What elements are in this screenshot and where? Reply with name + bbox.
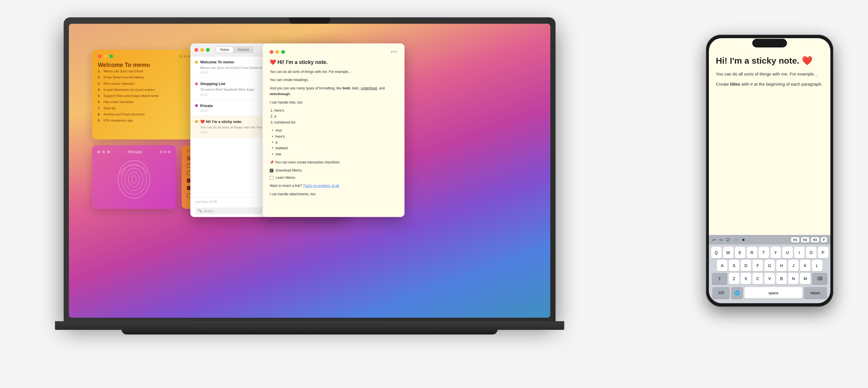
keyboard-toolbar: ↩ ↪ ☑ 🔗 ● H1 H2 H3 P [709, 235, 830, 244]
close-button[interactable] [98, 54, 101, 58]
undo-icon[interactable]: ↩ [712, 238, 716, 242]
tab-notes[interactable]: Notes [216, 47, 233, 53]
format-buttons: H1 H2 H3 P [791, 237, 827, 242]
key-d[interactable]: D [741, 260, 751, 271]
memo-close[interactable] [194, 48, 198, 52]
note-color-dot [195, 104, 198, 107]
detail-minimize[interactable] [275, 50, 279, 54]
key-numbers[interactable]: 123 [712, 287, 730, 299]
h2-button[interactable]: H2 [801, 237, 809, 242]
key-h[interactable]: H [776, 260, 787, 271]
key-return[interactable]: return [804, 287, 827, 299]
key-i[interactable]: I [794, 247, 805, 258]
note-paragraph: You can do all sorts of things with me. … [270, 69, 398, 74]
phone-note-area: Hi! I'm a sticky note. ❤️ You can do all… [709, 38, 830, 235]
key-a[interactable]: A [717, 260, 727, 271]
checkbox-checked[interactable]: ✓ [270, 169, 273, 173]
memo-minimize[interactable] [200, 48, 204, 52]
p-button[interactable]: P [821, 237, 827, 242]
phone-notch [752, 39, 787, 48]
note-paragraph: You can create headings. [270, 77, 398, 83]
key-r[interactable]: R [747, 247, 757, 258]
key-space[interactable]: space [744, 287, 802, 299]
note-paragraph: Want to insert a link? That's no problem… [270, 183, 398, 189]
laptop-notch [289, 17, 330, 24]
private-card: Private [92, 145, 176, 209]
h3-button[interactable]: H3 [811, 237, 819, 242]
note-paragraph: I can handle attachments, too: [270, 191, 398, 197]
key-u[interactable]: U [782, 247, 793, 258]
link-icon[interactable]: 🔗 [734, 238, 738, 242]
key-j[interactable]: J [788, 260, 799, 271]
laptop-screen: Welcome To memo 1Memo can Sync via iClou… [69, 24, 550, 318]
shopping-close[interactable] [187, 149, 190, 152]
maximize-button[interactable] [110, 54, 113, 58]
key-shift[interactable]: ⇧ [712, 273, 727, 285]
note-detail-titlebar: ••• [270, 49, 398, 54]
key-o[interactable]: O [806, 247, 816, 258]
note-title: Private [200, 103, 213, 108]
keyboard-row-1: Q W E R T Y U I O P [711, 247, 829, 258]
redo-icon[interactable]: ↪ [719, 238, 723, 242]
welcome-card: Welcome To memo 1Memo can Sync via iClou… [92, 50, 196, 140]
scene: Welcome To memo 1Memo can Sync via iClou… [0, 0, 868, 388]
key-q[interactable]: Q [711, 247, 722, 258]
private-minimize [102, 150, 105, 153]
key-x[interactable]: X [741, 273, 751, 285]
key-c[interactable]: C [752, 273, 763, 285]
note-checklist: ✓ Download Memo Learn Memo [270, 168, 398, 181]
private-close[interactable] [97, 150, 100, 153]
note-color-dot [195, 61, 198, 64]
note-detail-panel: ••• ❤️ Hi! I'm a sticky note. You can do… [263, 43, 404, 217]
key-f[interactable]: F [752, 260, 763, 271]
fingerprint-area [97, 158, 171, 201]
detail-more-button[interactable]: ••• [391, 49, 398, 54]
note-detail-title: ❤️ Hi! I'm a sticky note. [270, 59, 398, 65]
phone-keyboard: ↩ ↪ ☑ 🔗 ● H1 H2 H3 P [709, 235, 830, 303]
key-t[interactable]: T [758, 247, 769, 258]
key-p[interactable]: P [818, 247, 828, 258]
h1-button[interactable]: H1 [791, 237, 799, 242]
private-card-title: Private [128, 149, 142, 154]
laptop-body: Welcome To memo 1Memo can Sync via iClou… [64, 17, 556, 321]
search-placeholder: Search [204, 209, 214, 213]
key-y[interactable]: Y [771, 247, 781, 258]
phone-paragraph: You can do all sorts of things with me. … [716, 70, 824, 78]
key-b[interactable]: B [776, 273, 787, 285]
key-m[interactable]: M [800, 273, 810, 285]
color-icon[interactable]: ● [742, 237, 745, 243]
detail-maximize[interactable] [281, 50, 285, 54]
svg-point-4 [132, 176, 136, 183]
laptop: Welcome To memo 1Memo can Sync via iClou… [64, 17, 556, 336]
note-detail-body: You can do all sorts of things with me. … [270, 69, 398, 197]
key-backspace[interactable]: ⌫ [812, 273, 828, 285]
keyboard-row-3: ⇧ Z X C V B N M ⌫ [711, 273, 829, 285]
keyboard-bottom-row: 123 🌐 space return [711, 286, 829, 301]
note-link[interactable]: That's no problem at all. [303, 184, 340, 188]
checkbox[interactable] [270, 176, 273, 180]
tab-archive[interactable]: Archive [234, 47, 253, 53]
key-k[interactable]: K [800, 260, 810, 271]
note-paragraph: 📌 You can even create interactive checkl… [270, 159, 398, 165]
phone-content: Hi! I'm a sticky note. ❤️ You can do all… [709, 38, 830, 303]
svg-point-0 [118, 160, 150, 198]
keyboard-row-2: A S D F G H J K L [711, 260, 829, 271]
key-n[interactable]: N [788, 273, 799, 285]
note-title: Welcome To memo [200, 60, 234, 64]
checkbox-icon[interactable]: ☑ [726, 238, 730, 242]
key-w[interactable]: W [723, 247, 734, 258]
memo-maximize[interactable] [206, 48, 210, 52]
key-g[interactable]: G [765, 260, 775, 271]
key-e[interactable]: E [735, 247, 745, 258]
key-s[interactable]: S [729, 260, 739, 271]
note-paragraph: And you can use many types of formatting… [270, 85, 398, 97]
detail-close[interactable] [270, 50, 273, 54]
key-l[interactable]: L [812, 260, 822, 271]
minimize-button[interactable] [103, 54, 107, 58]
key-v[interactable]: V [765, 273, 775, 285]
note-title: Shopping List [200, 82, 225, 86]
list-item: Learn Memo [270, 175, 398, 181]
key-z[interactable]: Z [729, 273, 739, 285]
globe-button[interactable]: 🌐 [731, 287, 743, 299]
phone-note-body: You can do all sorts of things with me. … [716, 70, 824, 88]
